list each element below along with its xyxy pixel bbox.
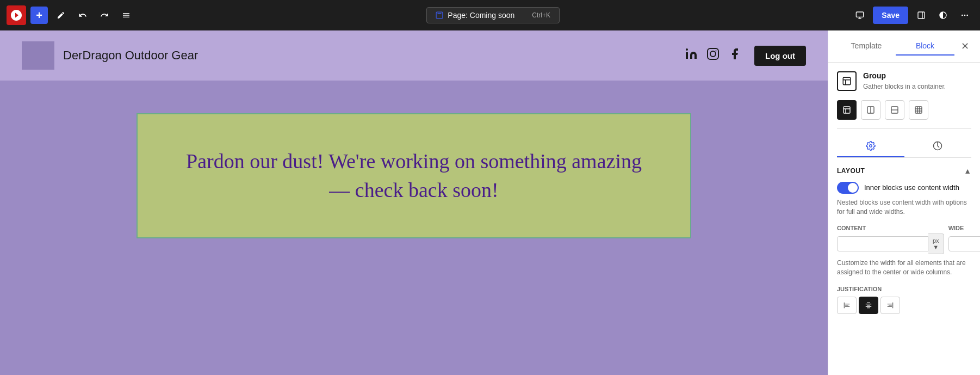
svg-rect-21	[915, 107, 922, 113]
sidebar-icon	[917, 11, 926, 20]
svg-rect-16	[843, 107, 850, 113]
justify-center-icon	[865, 302, 872, 309]
block-description: Gather blocks in a container.	[863, 82, 946, 91]
pen-tool-button[interactable]	[52, 7, 70, 24]
tab-styles[interactable]	[904, 136, 972, 157]
page-selector-area: Page: Coming soon Ctrl+K	[139, 7, 847, 23]
coming-soon-text: Pardon our dust! We're working on someth…	[181, 147, 647, 205]
wide-width-group: WIDE px ▼ ≡	[948, 225, 980, 254]
content-width-toggle[interactable]	[837, 182, 859, 194]
layout-controls	[837, 100, 971, 120]
site-logo-placeholder	[22, 41, 54, 70]
site-header: DerDragon Outdoor Gear Log out	[0, 30, 828, 81]
undo-icon	[78, 11, 87, 20]
sidebar-close-button[interactable]: ✕	[959, 38, 971, 54]
site-logo[interactable]	[7, 5, 26, 25]
tab-template[interactable]: Template	[837, 37, 896, 56]
site-name: DerDragon Outdoor Gear	[63, 48, 676, 63]
svg-rect-12	[708, 48, 718, 59]
linkedin-icon[interactable]	[685, 47, 698, 64]
content-width-toggle-row: Inner blocks use content width	[837, 182, 971, 194]
sidebar-content: Group Gather blocks in a container.	[828, 63, 980, 375]
justify-left-icon	[843, 302, 851, 309]
undo-button[interactable]	[74, 7, 91, 24]
svg-point-7	[962, 15, 963, 16]
toggle-label: Inner blocks use content width	[864, 183, 959, 192]
contrast-icon	[939, 11, 947, 20]
page-name: Page: Coming soon	[448, 11, 514, 20]
page-icon	[436, 11, 443, 19]
block-title: Group	[863, 71, 946, 80]
layout-btn-grid[interactable]	[909, 100, 928, 120]
list-view-button[interactable]	[117, 7, 135, 24]
sidebar-toggle-button[interactable]	[913, 7, 930, 24]
add-block-button[interactable]: +	[30, 7, 48, 24]
svg-point-26	[870, 145, 872, 147]
ellipsis-icon	[960, 11, 969, 20]
svg-rect-0	[436, 12, 443, 19]
svg-rect-10	[686, 52, 688, 59]
layout-btn-group[interactable]	[837, 100, 857, 120]
instagram-icon[interactable]	[706, 47, 720, 64]
redo-icon	[100, 11, 109, 20]
social-icons	[685, 47, 741, 64]
divider-1	[837, 128, 971, 129]
facebook-icon[interactable]	[728, 47, 741, 64]
svg-rect-2	[857, 12, 864, 17]
svg-point-9	[966, 15, 968, 16]
wide-width-label: WIDE	[948, 225, 980, 231]
block-info: Group Gather blocks in a container.	[837, 71, 971, 91]
coming-soon-block[interactable]: Pardon our dust! We're working on someth…	[137, 113, 691, 238]
pen-icon	[57, 11, 65, 20]
svg-point-14	[716, 51, 717, 52]
justify-left-button[interactable]	[837, 297, 857, 314]
list-icon	[122, 11, 131, 20]
toolbar: + Page: Coming soon Ctrl+K Save	[0, 0, 980, 30]
toggle-description: Nested blocks use content width with opt…	[837, 198, 971, 217]
layout-section-toggle[interactable]: ▲	[964, 167, 971, 175]
svg-rect-5	[918, 12, 925, 19]
settings-styles-tabs	[837, 136, 971, 158]
layout-row-icon	[890, 106, 899, 114]
justify-center-button[interactable]	[859, 297, 878, 314]
main-content: DerDragon Outdoor Gear Log out Pardon ou…	[0, 30, 980, 375]
toolbar-right: Save	[851, 7, 973, 24]
group-icon	[842, 76, 852, 86]
group-block-icon	[837, 71, 857, 91]
layout-grid-icon	[914, 106, 923, 114]
tab-block[interactable]: Block	[896, 37, 954, 56]
more-options-button[interactable]	[956, 7, 973, 24]
styles-icon	[933, 141, 942, 151]
justification-buttons	[837, 297, 971, 314]
save-button[interactable]: Save	[873, 7, 908, 24]
sidebar: Template Block ✕ Group Gather blocks in …	[828, 30, 980, 375]
settings-icon	[866, 141, 876, 151]
wide-width-input[interactable]	[948, 236, 980, 251]
wide-width-row: px ▼ ≡	[948, 233, 980, 254]
tab-settings[interactable]	[837, 136, 904, 157]
theme-toggle-button[interactable]	[934, 7, 952, 24]
justify-right-icon	[886, 302, 894, 309]
width-inputs: CONTENT px ▼ WIDE px ▼ ≡	[837, 225, 971, 254]
justify-right-button[interactable]	[880, 297, 900, 314]
redo-button[interactable]	[96, 7, 113, 24]
content-width-input[interactable]	[837, 236, 928, 251]
layout-btn-split[interactable]	[861, 100, 880, 120]
logout-button[interactable]: Log out	[754, 46, 806, 66]
layout-group-icon	[842, 106, 851, 114]
preview-button[interactable]	[851, 7, 869, 24]
layout-btn-row[interactable]	[885, 100, 904, 120]
coming-soon-wrapper: Pardon our dust! We're working on someth…	[0, 81, 828, 271]
svg-point-13	[710, 51, 716, 57]
content-width-label: CONTENT	[837, 225, 944, 231]
content-width-unit[interactable]: px ▼	[928, 233, 944, 254]
block-info-text: Group Gather blocks in a container.	[863, 71, 946, 91]
canvas-area[interactable]: DerDragon Outdoor Gear Log out Pardon ou…	[0, 30, 828, 375]
layout-split-icon	[866, 106, 875, 114]
svg-rect-15	[843, 77, 851, 85]
page-selector[interactable]: Page: Coming soon Ctrl+K	[426, 7, 560, 23]
width-description: Customize the width for all elements tha…	[837, 259, 971, 277]
svg-point-8	[964, 15, 966, 16]
svg-point-11	[686, 48, 688, 51]
keyboard-shortcut: Ctrl+K	[532, 11, 550, 19]
